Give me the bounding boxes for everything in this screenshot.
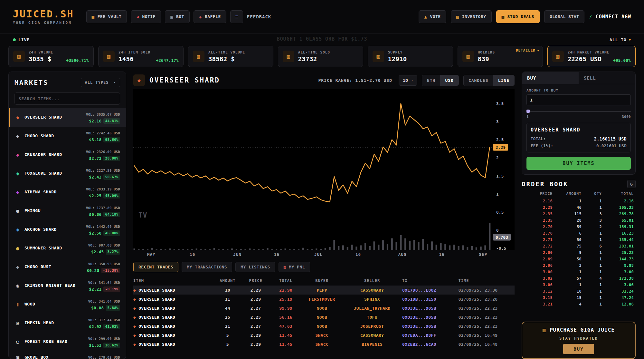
market-list-item[interactable]: ▮ WOOD VOL: 341.04 USD $0.08 5.88% <box>9 295 126 314</box>
connect-icon: ⚡ <box>589 14 592 20</box>
bot-button[interactable]: ▣ BOT <box>165 10 190 23</box>
chart-plot[interactable] <box>133 89 492 250</box>
trade-row[interactable]: ◆ OVERSEER SHARD 5 2.29 11.45 SNACC BIGP… <box>133 340 515 349</box>
trade-tx-link[interactable]: 0XD33E...905B <box>402 315 458 320</box>
trade-seller[interactable]: JULIAN_TRYHARD <box>342 306 402 311</box>
ob-price: 3.00 <box>524 270 553 274</box>
market-list-item[interactable]: ◉ CRIMSON KNIGHT HEAD VOL: 341.64 USD $2… <box>9 276 126 295</box>
market-list-item[interactable]: ◆ ARCHON SHARD VOL: 1442.49 USD $2.50 46… <box>9 220 126 239</box>
trade-row[interactable]: ◆ OVERSEER SHARD 11 2.29 25.19 FIRSTMOVE… <box>133 295 515 304</box>
trade-seller[interactable]: TOFU <box>342 315 402 320</box>
trade-seller[interactable]: SPHINX <box>342 297 402 302</box>
all-tx-filter[interactable]: ALL TX ▼ <box>610 37 631 42</box>
inventory-button[interactable]: ▤ INVENTORY <box>451 10 492 23</box>
order-book-row: 3.00 1 1 3.00 <box>522 269 636 275</box>
trade-buyer[interactable]: PEPP <box>302 288 342 293</box>
fee-vault-button[interactable]: ▦ FEE VAULT <box>86 10 127 23</box>
ob-amount: 50 <box>553 257 582 261</box>
timeframe-select[interactable]: 1D ▾ <box>399 75 417 86</box>
giga-juice-promo: ▥ PURCHASE GIGA JUICE STAY HYDRATED BUY <box>522 322 636 359</box>
type-filter-dropdown[interactable]: ALL TYPES ▾ <box>81 78 120 87</box>
market-list-item[interactable]: ○ FOREST ROBE HEAD VOL: 299.90 USD $1.53… <box>9 332 126 351</box>
market-list-item[interactable]: ◆ OVERSEER SHARD VOL: 3035.07 USD $2.16 … <box>9 108 126 127</box>
list-button[interactable]: ≡ <box>230 10 243 23</box>
trade-tx-link[interactable]: 0XE798...E882 <box>402 288 458 293</box>
market-list-item[interactable]: ◆ CHOBO SHARD VOL: 2742.46 USD $3.18 95.… <box>9 127 126 145</box>
market-item-icon: ◆ <box>14 170 21 177</box>
line-button[interactable]: LINE <box>493 75 514 86</box>
trade-toast: BOUGHT 1 GLASS ORB FOR $1.73 <box>277 36 367 42</box>
trade-row[interactable]: ◆ OVERSEER SHARD 5 2.29 11.45 SNACC CASS… <box>133 331 515 340</box>
eth-button[interactable]: ETH <box>422 75 440 86</box>
refresh-button[interactable]: ↻ <box>627 180 636 188</box>
stud-deals-button[interactable]: ▩ STUD DEALS <box>496 10 540 23</box>
notif-button[interactable]: ◀ NOTIF <box>131 10 161 23</box>
amount-input[interactable] <box>526 94 631 105</box>
trades-tab[interactable]: MY LISTINGS <box>235 262 275 272</box>
ob-price: 2.72 <box>524 244 553 248</box>
market-list-item[interactable]: ◉ IMPKIN HEAD VOL: 317.44 USD $2.92 41.6… <box>9 314 126 332</box>
trade-row[interactable]: ◆ OVERSEER SHARD 21 2.27 47.63 NOOB JOSE… <box>133 322 515 331</box>
trade-seller[interactable]: CASSOWARY <box>342 333 402 338</box>
search-input[interactable] <box>14 92 120 105</box>
trade-buyer[interactable]: SNACC <box>302 333 342 338</box>
ob-price: 2.80 <box>524 250 553 255</box>
market-list-item[interactable]: ▣ GROVE BOX VOL: 278.02 USD <box>9 351 126 359</box>
all-tx-label: ALL TX <box>610 37 627 42</box>
ob-total: 105.33 <box>602 205 634 210</box>
trade-row[interactable]: ◆ OVERSEER SHARD 44 2.27 99.99 NOOB JULI… <box>133 304 515 313</box>
trades-tab[interactable]: RECENT TRADES <box>133 262 178 272</box>
detailed-toggle[interactable]: DETAILED <box>516 48 539 53</box>
market-list-item[interactable]: ◆ CRUSADER SHARD VOL: 2326.09 USD $2.73 … <box>9 145 126 164</box>
all-tx-dropdown-icon: ▼ <box>629 38 631 42</box>
trade-buyer[interactable]: FIRSTMOVER <box>302 297 342 302</box>
trade-buyer[interactable]: NOOB <box>302 315 342 320</box>
market-list-item[interactable]: ◆ ATHENA SHARD VOL: 2033.19 USD $2.25 45… <box>9 183 126 201</box>
market-item-icon: ◆ <box>14 189 21 195</box>
trade-seller[interactable]: BIGPENIS <box>342 342 402 347</box>
stat-card: ▥ ALL-TIME SOLD 23732 <box>278 46 363 67</box>
sell-tab[interactable]: SELL <box>579 72 635 84</box>
order-book-row: 3.06 1 1 3.06 <box>522 282 636 288</box>
trades-tab[interactable]: MY TRANSACTIONS <box>182 262 232 272</box>
candles-button[interactable]: CANDLES <box>464 75 493 86</box>
buy-tab[interactable]: BUY <box>522 72 579 84</box>
market-list-item[interactable]: ● PHINGU VOL: 1737.89 USD $0.86 64.18% <box>9 201 126 220</box>
trade-buyer[interactable]: SNACC <box>302 342 342 347</box>
price-chart[interactable]: 3.532.521.510.50-0.52.290.703 TV <box>133 89 515 250</box>
trade-tx-link[interactable]: 0XD33E...905B <box>402 306 458 311</box>
stat-value: 22265 USD <box>568 55 610 63</box>
trade-buyer[interactable]: NOOB <box>302 306 342 311</box>
trade-row[interactable]: ◆ OVERSEER SHARD 10 2.29 22.90 PEPP CASS… <box>133 286 515 295</box>
trade-tx-link[interactable]: 0X7E9A...D8FF <box>402 333 458 338</box>
trade-tx-link[interactable]: 0XD33E...905B <box>402 324 458 329</box>
ob-total: 65.81 <box>602 218 634 223</box>
trade-seller[interactable]: JOSEPRUST <box>342 324 402 329</box>
usd-button[interactable]: USD <box>440 75 458 86</box>
trade-row[interactable]: ◆ OVERSEER SHARD 25 2.25 56.16 NOOB TOFU… <box>133 313 515 322</box>
y-tick-label: 0.5 <box>496 210 504 215</box>
market-item-name: GROVE BOX <box>24 355 85 359</box>
bot-label: BOT <box>176 14 184 19</box>
buy-items-button[interactable]: BUY ITEMS <box>526 157 631 170</box>
slider-thumb[interactable] <box>526 110 530 113</box>
vote-button[interactable]: ▲ VOTE <box>419 10 446 23</box>
trade-tx-link[interactable]: 0X519B...3E50 <box>402 297 458 302</box>
global-stat-button[interactable]: GLOBAL STAT <box>544 10 585 23</box>
logo-block: JUICED.SH YOUR GIGA COMPANION <box>13 8 74 25</box>
market-list-item[interactable]: ◆ FOXGLOVE SHARD VOL: 2227.59 USD $2.42 … <box>9 164 126 183</box>
col-buyer: BUYER <box>302 278 342 283</box>
raffle-button[interactable]: ◈ RAFFLE <box>194 10 226 23</box>
trade-buyer[interactable]: NOOB <box>302 324 342 329</box>
amount-slider[interactable] <box>526 109 631 113</box>
feedback-link[interactable]: FEEDBACK <box>247 14 271 19</box>
trade-time: 02/09/25, 22:23 <box>459 324 515 329</box>
trade-tx-link[interactable]: 0X2EB2...6CAD <box>402 342 458 347</box>
ob-amount: 115 <box>553 212 582 216</box>
market-list-item[interactable]: ◆ CHOBO DUST VOL: 350.93 USD $0.28 -15.3… <box>9 257 126 276</box>
trades-tab[interactable]: ▧ MY PNL <box>279 262 310 272</box>
connect-wallet-button[interactable]: ⚡ CONNECT AGW <box>589 14 631 20</box>
promo-buy-button[interactable]: BUY <box>563 344 594 354</box>
trade-seller[interactable]: CASSOWARY <box>342 288 402 293</box>
market-list-item[interactable]: ● SUMMONER SHARD VOL: 987.08 USD $2.45 3… <box>9 239 126 257</box>
